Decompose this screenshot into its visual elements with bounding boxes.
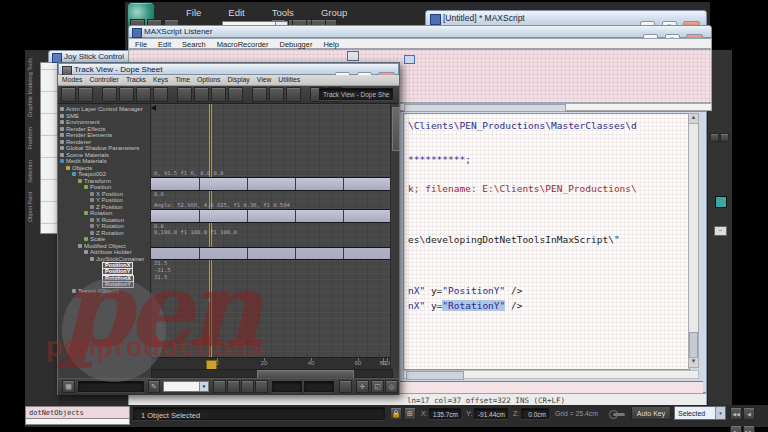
scroll-down-icon[interactable]: ▼ bbox=[689, 357, 698, 367]
edit-ranges-icon[interactable] bbox=[194, 87, 209, 102]
side-tab-freeform[interactable]: Freeform bbox=[27, 127, 33, 149]
move-keys-icon[interactable] bbox=[102, 87, 117, 102]
pan-icon[interactable]: ✛ bbox=[356, 380, 369, 393]
lock-tangents-icon[interactable] bbox=[255, 380, 268, 393]
key-value-spinner[interactable]: ▾ bbox=[163, 381, 209, 392]
trackview-titlebar[interactable]: Track View - Dope Sheet _ □ × bbox=[58, 63, 399, 75]
retime-tool-icon[interactable] bbox=[177, 87, 192, 102]
key-divider[interactable] bbox=[343, 210, 344, 222]
add-keys-small-icon[interactable] bbox=[227, 380, 240, 393]
editor-code-pane[interactable]: \Clients\PEN_Productions\MasterClasses\d… bbox=[403, 113, 690, 370]
tv-menu-keys[interactable]: Keys bbox=[153, 75, 168, 83]
menu-group[interactable]: Group bbox=[321, 7, 347, 18]
start-time-field[interactable] bbox=[272, 381, 302, 392]
track-set-icon[interactable]: ✎ bbox=[148, 380, 160, 393]
editor-window-titlebar[interactable]: [Untitled] * MAXScript _ □ × bbox=[425, 10, 707, 26]
code-line[interactable]: k; filename: E:\Clients\PEN_Productions\ bbox=[408, 183, 637, 194]
curve-editor-icon[interactable] bbox=[78, 87, 93, 102]
listener-macro-icon[interactable] bbox=[404, 55, 415, 64]
tv-menu-tracks[interactable]: Tracks bbox=[126, 75, 146, 83]
previous-frame-button[interactable]: ◀ bbox=[743, 407, 755, 420]
tv-menu-options[interactable]: Options bbox=[197, 75, 220, 83]
menu-file[interactable]: File bbox=[186, 7, 201, 18]
absolute-mode-icon[interactable]: ⊞ bbox=[404, 407, 416, 420]
code-line[interactable]: nX" y="RotationY" /> bbox=[408, 300, 522, 311]
chevron-down-icon[interactable]: ▾ bbox=[715, 407, 725, 419]
vscroll-thumb[interactable] bbox=[392, 107, 400, 151]
tree-item-anim-layer-control-manager[interactable]: Anim Layer Control Manager bbox=[58, 106, 150, 113]
key-divider[interactable] bbox=[247, 210, 248, 222]
listener-menu-search[interactable]: Search bbox=[182, 39, 206, 49]
range-bar[interactable] bbox=[151, 247, 393, 260]
x-coordinate-field[interactable]: 135.7cm bbox=[429, 408, 461, 419]
key-stats-field[interactable] bbox=[78, 381, 144, 392]
draw-curves-icon[interactable] bbox=[213, 380, 226, 393]
listener-menu-macrorecorder[interactable]: MacroRecorder bbox=[217, 39, 269, 49]
simple-copy-icon[interactable] bbox=[241, 380, 254, 393]
listener-menu-edit[interactable]: Edit bbox=[158, 39, 171, 49]
listener-menu-help[interactable]: Help bbox=[323, 39, 338, 49]
end-time-field[interactable] bbox=[304, 381, 334, 392]
listener-drag-icon[interactable] bbox=[347, 51, 359, 61]
zoom-value-icon[interactable] bbox=[339, 380, 352, 393]
key-divider[interactable] bbox=[343, 178, 344, 190]
trackview-vscrollbar[interactable] bbox=[390, 104, 399, 369]
scale-keys-icon[interactable] bbox=[136, 87, 151, 102]
code-line[interactable]: \Clients\PEN_Productions\MasterClasses\d bbox=[408, 120, 637, 131]
key-divider[interactable] bbox=[199, 178, 200, 190]
side-tab-object-paint[interactable]: Object Paint bbox=[27, 192, 33, 222]
side-tab-selection[interactable]: Selection bbox=[27, 160, 33, 183]
trackview-hierarchy-tree[interactable]: Anim Layer Control ManagerSMEEnvironment… bbox=[58, 104, 151, 357]
scroll-up-icon[interactable]: ▲ bbox=[689, 114, 698, 124]
tv-menu-utilities[interactable]: Utilities bbox=[278, 75, 300, 83]
color-swatch[interactable] bbox=[715, 196, 727, 208]
z-coordinate-field[interactable]: 0.0cm bbox=[521, 408, 549, 419]
listener-window-titlebar[interactable]: MAXScript Listener _ □ × bbox=[128, 25, 712, 38]
trackview-key-panel[interactable]: 0, 91.5 f1 6, 0.0 0.00.0Angle: 52.988, 4… bbox=[151, 104, 393, 357]
play-button[interactable]: ▶ bbox=[730, 425, 742, 432]
zoom-region-icon[interactable]: ◱ bbox=[371, 380, 384, 393]
side-tab-graphite-modeling-tools[interactable]: Graphite Modeling Tools bbox=[27, 58, 33, 117]
spinner-minus-button[interactable]: – bbox=[714, 226, 727, 236]
vscroll-thumb[interactable] bbox=[689, 332, 698, 358]
tv-menu-controller[interactable]: Controller bbox=[89, 75, 118, 83]
next-frame-button[interactable]: ▶▶ bbox=[743, 425, 755, 432]
editor-hscrollbar[interactable] bbox=[403, 370, 699, 379]
menu-edit[interactable]: Edit bbox=[228, 7, 244, 18]
select-keys-icon[interactable]: ▦ bbox=[62, 380, 75, 393]
go-to-start-button[interactable]: ◀◀ bbox=[730, 407, 742, 420]
tv-menu-modes[interactable]: Modes bbox=[62, 75, 82, 83]
mini-listener-field[interactable]: dotNetObjects bbox=[25, 406, 130, 419]
editor-vscrollbar[interactable]: ▲ ▼ bbox=[688, 113, 699, 368]
zoom-icon[interactable]: ◎ bbox=[385, 380, 398, 393]
key-divider[interactable] bbox=[247, 248, 248, 259]
tv-menu-display[interactable]: Display bbox=[227, 75, 249, 83]
key-divider[interactable] bbox=[199, 248, 200, 259]
key-divider[interactable] bbox=[343, 248, 344, 259]
code-line[interactable]: es\developingDotNetToolsInMaxScript\" bbox=[408, 234, 620, 245]
tv-menu-view[interactable]: View bbox=[257, 75, 272, 83]
key-divider[interactable] bbox=[295, 248, 296, 259]
range-bar[interactable] bbox=[151, 209, 393, 223]
create-tab-icon[interactable] bbox=[710, 133, 719, 142]
mini-listener-white-line[interactable] bbox=[25, 419, 130, 425]
tv-menu-time[interactable]: Time bbox=[175, 75, 190, 83]
menu-tools[interactable]: Tools bbox=[272, 7, 294, 18]
selection-set-dropdown[interactable]: Selected ▾ bbox=[674, 406, 726, 420]
auto-key-button[interactable]: Auto Key bbox=[631, 406, 671, 420]
key-divider[interactable] bbox=[295, 210, 296, 222]
position-ranges-icon[interactable] bbox=[211, 87, 226, 102]
recouple-ranges-icon[interactable] bbox=[228, 87, 243, 102]
listener-menu-debugger[interactable]: Debugger bbox=[279, 39, 312, 49]
exclude-right-end-icon[interactable] bbox=[269, 87, 284, 102]
selection-lock-icon[interactable]: 🔒 bbox=[390, 407, 402, 420]
hscroll-thumb[interactable] bbox=[406, 371, 464, 380]
chevron-down-icon[interactable]: ▾ bbox=[199, 382, 208, 391]
key-divider[interactable] bbox=[199, 210, 200, 222]
hscroll-thumb[interactable] bbox=[404, 104, 566, 112]
range-bar[interactable] bbox=[151, 177, 393, 191]
trackview-name-field[interactable]: Track View - Dope She bbox=[319, 88, 393, 100]
lock-selection-icon[interactable] bbox=[286, 87, 301, 102]
add-keys-icon[interactable] bbox=[153, 87, 168, 102]
y-coordinate-field[interactable]: -91.44cm bbox=[474, 408, 508, 419]
